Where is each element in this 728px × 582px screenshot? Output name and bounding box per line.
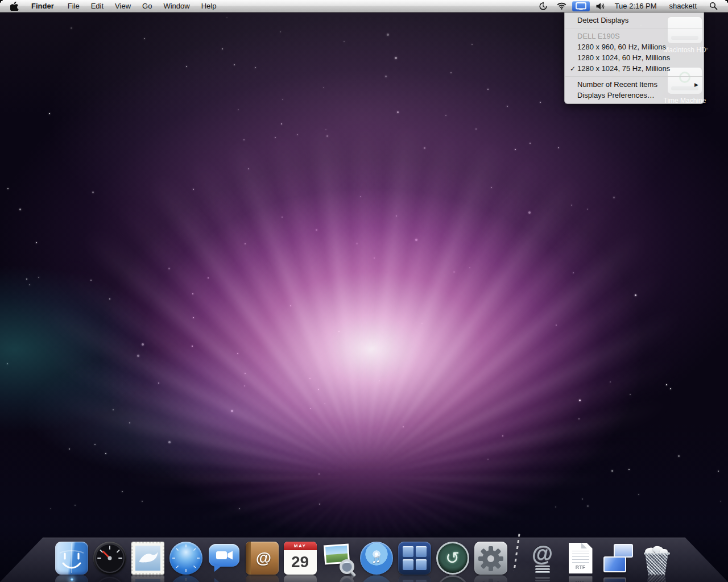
- dock-preview[interactable]: [322, 542, 355, 575]
- apple-logo-icon: [10, 1, 19, 11]
- menu-item-label: Detect Displays: [577, 16, 628, 24]
- dock-time-machine[interactable]: ↺: [436, 542, 469, 575]
- menu-item-1280-x-1024-75-hz-millions[interactable]: ✓1280 x 1024, 75 Hz, Millions: [565, 63, 704, 74]
- dock-ichat[interactable]: [208, 542, 241, 575]
- screen-corner-left: [0, 0, 5, 5]
- status-wifi-menu[interactable]: [553, 1, 570, 11]
- menu-help[interactable]: Help: [196, 0, 222, 13]
- menu-bar-clock[interactable]: Tue 2:16 PM: [611, 2, 661, 10]
- dock-displays-shortcut[interactable]: [602, 542, 635, 575]
- dock-mail[interactable]: [131, 542, 164, 575]
- wifi-icon: [557, 2, 566, 10]
- status-time-machine-menu[interactable]: [535, 1, 551, 11]
- rtf-label: RTF: [569, 564, 593, 570]
- screen-corner-right: [723, 0, 728, 5]
- menu-item-label: 1280 x 1024, 60 Hz, Millions: [577, 53, 670, 62]
- menu-item-label: Number of Recent Items: [577, 80, 657, 89]
- menu-window[interactable]: Window: [158, 0, 195, 13]
- dock-dashboard[interactable]: [93, 542, 126, 575]
- ical-day-label: 29: [284, 550, 317, 573]
- dock-finder[interactable]: [55, 542, 88, 575]
- menu-bar-left: FinderFileEditViewGoWindowHelp: [0, 0, 222, 13]
- menu-item-label: 1280 x 960, 60 Hz, Millions: [577, 43, 666, 51]
- dock-itunes[interactable]: ♫: [360, 542, 393, 575]
- status-displays-menu[interactable]: [572, 1, 590, 11]
- dock: @MAY29♫↺ @RTF: [0, 519, 728, 582]
- menu-finder[interactable]: Finder: [26, 0, 62, 13]
- menu-titles-container: FinderFileEditViewGoWindowHelp: [26, 0, 222, 13]
- apple-menu[interactable]: [7, 0, 26, 13]
- time-machine-icon: [539, 2, 548, 11]
- menu-item-number-of-recent-items[interactable]: Number of Recent Items▶: [565, 79, 704, 90]
- ical-month-label: MAY: [284, 542, 317, 550]
- menu-go[interactable]: Go: [136, 0, 158, 13]
- status-volume-menu[interactable]: [592, 1, 608, 11]
- spotlight-menu[interactable]: [705, 2, 722, 10]
- menu-item-1280-x-960-60-hz-millions[interactable]: 1280 x 960, 60 Hz, Millions: [565, 41, 704, 52]
- dock-ical[interactable]: MAY29: [284, 542, 317, 575]
- menu-item-label: Displays Preferences…: [577, 91, 655, 99]
- spotlight-search-icon: [709, 2, 718, 10]
- menu-item-label: 1280 x 1024, 75 Hz, Millions: [577, 64, 670, 73]
- menu-bar-username[interactable]: shackett: [665, 2, 701, 10]
- menu-item-1280-x-1024-60-hz-millions[interactable]: 1280 x 1024, 60 Hz, Millions: [565, 52, 704, 63]
- menu-item-detect-displays[interactable]: Detect Displays: [565, 15, 704, 26]
- dock-trash[interactable]: [640, 542, 673, 575]
- dock-items-container: @MAY29♫↺ @RTF: [55, 534, 673, 582]
- menu-separator: [565, 76, 703, 77]
- dock-internet-location[interactable]: @: [526, 542, 559, 575]
- menu-bar: FinderFileEditViewGoWindowHelp Tue 2:16 …: [0, 0, 728, 13]
- submenu-arrow-icon: ▶: [694, 82, 698, 88]
- menu-item-label: DELL E190S: [577, 32, 620, 40]
- menu-item-displays-preferences[interactable]: Displays Preferences…: [565, 90, 704, 101]
- dock-system-preferences[interactable]: [474, 542, 507, 575]
- checkmark-icon: ✓: [568, 65, 577, 73]
- dock-separator: [513, 534, 520, 571]
- volume-icon: [595, 2, 605, 10]
- menu-edit[interactable]: Edit: [85, 0, 109, 13]
- dock-spaces[interactable]: [398, 542, 431, 575]
- menu-bar-right: Tue 2:16 PM shackett: [535, 1, 728, 11]
- status-icons-container: [535, 1, 608, 11]
- dock-rtf-document[interactable]: RTF: [564, 542, 597, 575]
- dock-address-book[interactable]: @: [246, 542, 279, 575]
- menu-view[interactable]: View: [109, 0, 136, 13]
- displays-icon: [576, 2, 586, 10]
- running-indicator: [71, 578, 73, 581]
- menu-file[interactable]: File: [62, 0, 85, 13]
- displays-menu: Detect DisplaysDELL E190S1280 x 960, 60 …: [564, 13, 704, 104]
- menu-item-dell-e190s: DELL E190S: [565, 31, 704, 41]
- menu-separator: [565, 28, 703, 28]
- dock-safari[interactable]: [169, 542, 202, 575]
